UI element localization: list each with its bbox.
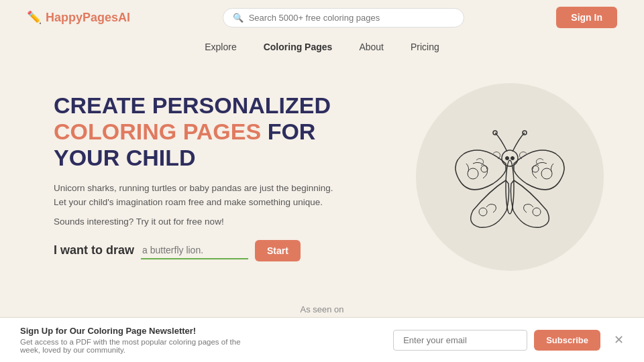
hero-subtitle: Unicorn sharks, running turtles or baby … (54, 181, 335, 210)
pencil-icon: ✏️ (27, 10, 42, 25)
svg-point-8 (541, 168, 552, 179)
newsletter-info: Sign Up for Our Coloring Page Newsletter… (20, 326, 248, 354)
svg-point-5 (511, 157, 515, 160)
close-banner-button[interactable]: ✕ (614, 333, 624, 347)
svg-point-10 (479, 208, 487, 216)
draw-input[interactable] (141, 242, 248, 259)
newsletter-description: Get access to a PDF with the most popula… (20, 338, 248, 354)
email-input[interactable] (393, 330, 527, 351)
draw-label: I want to draw (54, 243, 134, 257)
sign-in-button[interactable]: Sign In (556, 7, 617, 28)
svg-point-11 (533, 208, 541, 216)
hero-image (416, 83, 604, 271)
newsletter-banner: Sign Up for Our Coloring Page Newsletter… (0, 317, 644, 362)
newsletter-title: Sign Up for Our Coloring Page Newsletter… (20, 326, 248, 336)
search-bar: 🔍 (223, 8, 464, 27)
svg-point-1 (502, 150, 518, 166)
search-icon: 🔍 (233, 13, 244, 23)
draw-row: I want to draw Start (54, 240, 335, 261)
logo-text: HappyPagesAI (46, 11, 130, 25)
svg-point-7 (481, 166, 488, 172)
svg-point-4 (506, 157, 509, 160)
header: ✏️ HappyPagesAI 🔍 Sign In (0, 0, 644, 35)
nav-item-about[interactable]: About (359, 42, 384, 52)
logo[interactable]: ✏️ HappyPagesAI (27, 10, 130, 25)
hero-title: Create Personalized Coloring Pages for Y… (54, 93, 335, 171)
butterfly-illustration (436, 103, 584, 251)
hero-try-text: Sounds interesting? Try it out for free … (54, 217, 335, 227)
subscribe-button[interactable]: Subscribe (534, 330, 600, 351)
hero-content: Create Personalized Coloring Pages for Y… (54, 93, 335, 261)
main-nav: Explore Coloring Pages About Pricing (0, 35, 644, 56)
search-input[interactable] (249, 13, 454, 23)
newsletter-form: Subscribe ✕ (393, 330, 624, 351)
nav-item-coloring-pages[interactable]: Coloring Pages (264, 42, 333, 52)
nav-item-explore[interactable]: Explore (205, 42, 236, 52)
nav-item-pricing[interactable]: Pricing (411, 42, 439, 52)
start-button[interactable]: Start (255, 240, 301, 261)
svg-point-6 (468, 168, 478, 179)
svg-point-9 (532, 166, 539, 172)
as-seen-label: As seen on (0, 304, 644, 314)
hero-section: Create Personalized Coloring Pages for Y… (0, 56, 644, 291)
